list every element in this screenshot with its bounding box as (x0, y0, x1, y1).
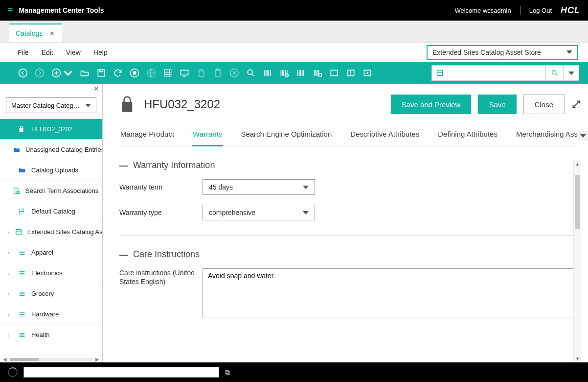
menu-file[interactable]: File (18, 48, 29, 56)
sidebar-item-label: Hardware (31, 310, 59, 318)
sidebar-item[interactable]: Catalog Uploads (0, 160, 102, 181)
save-icon[interactable] (96, 68, 107, 78)
app-tab-label: Catalogs (16, 29, 43, 37)
search-doc-icon (13, 187, 21, 195)
app-tab-strip: Catalogs ✕ (0, 21, 588, 43)
refresh-icon[interactable] (113, 68, 123, 78)
warranty-term-value: 45 days (209, 183, 233, 191)
vertical-scrollbar[interactable]: ▲ ▼ (573, 160, 581, 362)
stop-icon[interactable] (129, 68, 140, 78)
chevron-down-icon (580, 134, 586, 138)
search-dropdown[interactable] (564, 65, 579, 81)
layout2-icon[interactable] (345, 68, 356, 78)
preview-icon[interactable] (179, 68, 190, 78)
collapse-icon[interactable]: — (119, 161, 128, 170)
expand-icon[interactable]: › (8, 270, 13, 276)
sidebar-item[interactable]: ›Electronics (0, 263, 102, 284)
svg-rect-10 (199, 71, 204, 77)
svg-point-1 (36, 69, 44, 77)
category-icon (18, 310, 26, 319)
sidebar-item[interactable]: ‹Extended Sites Catalog Asset Store (0, 222, 102, 242)
flag-icon (18, 207, 26, 216)
chevron-down-icon (85, 104, 91, 107)
tab-warranty[interactable]: Warranty (192, 130, 223, 146)
expand-icon[interactable]: ‹ (8, 229, 10, 235)
menu-icon[interactable]: ≡ (8, 5, 13, 16)
page-title: HFU032_3202 (144, 97, 220, 111)
scroll-thumb[interactable] (575, 175, 580, 229)
tab-defining-attributes[interactable]: Defining Attributes (437, 130, 498, 146)
save-preview-button[interactable]: Save and Preview (391, 95, 472, 114)
open-icon[interactable] (79, 68, 90, 78)
app-tab-catalogs[interactable]: Catalogs ✕ (9, 24, 62, 42)
scroll-down-icon[interactable]: ▼ (574, 356, 581, 361)
collapse-icon[interactable]: — (119, 250, 128, 259)
section-care-instructions: — Care Instructions (119, 249, 581, 260)
expand-icon[interactable] (571, 99, 581, 109)
expand-icon[interactable]: › (8, 311, 13, 317)
find-icon[interactable] (246, 68, 256, 78)
catalog-icon (15, 228, 23, 237)
layout1-icon[interactable] (329, 68, 339, 78)
back-icon[interactable] (18, 68, 28, 78)
menu-edit[interactable]: Edit (42, 48, 53, 56)
barcode3-icon[interactable] (295, 68, 306, 78)
chevron-down-icon (303, 211, 309, 215)
sidebar-item[interactable]: ›Grocery (0, 284, 102, 304)
menu-view[interactable]: View (66, 48, 81, 56)
barcode2-icon[interactable] (279, 68, 290, 78)
expand-icon[interactable]: › (8, 332, 13, 338)
next-panel-icon[interactable] (362, 68, 373, 78)
tab-manage-product[interactable]: Manage Product (119, 130, 175, 146)
sidebar-item[interactable]: ›Hardware (0, 304, 102, 325)
folder-icon (13, 145, 21, 154)
sidebar-item[interactable]: HFU032_3202 (0, 119, 102, 140)
category-icon (18, 289, 26, 298)
sidebar-close-icon[interactable]: ✕ (93, 85, 99, 93)
svg-rect-6 (134, 72, 136, 74)
expand-icon[interactable]: › (8, 250, 13, 256)
global-header: ≡ Management Center Tools Welcome wcsadm… (0, 0, 588, 21)
scroll-right-icon[interactable]: ▶ (95, 357, 99, 362)
tab-merchandising-associations[interactable]: Merchandising Associations (515, 130, 588, 146)
expand-icon[interactable]: › (8, 291, 13, 297)
sidebar-item[interactable]: Search Term Associations (0, 181, 102, 201)
grid-icon[interactable] (162, 68, 173, 78)
save-button[interactable]: Save (478, 95, 516, 114)
close-icon[interactable]: ✕ (49, 30, 55, 37)
close-button[interactable]: Close (523, 95, 565, 114)
add-icon[interactable] (51, 68, 62, 78)
care-instructions-input[interactable] (203, 268, 581, 317)
barcode1-icon[interactable] (262, 68, 273, 78)
tab-descriptive-attributes[interactable]: Descriptive Attributes (349, 130, 420, 146)
scroll-thumb[interactable] (10, 358, 39, 361)
sidebar-hscroll[interactable]: ◀ ▶ (0, 356, 102, 362)
warranty-term-select[interactable]: 45 days (203, 179, 315, 195)
menu-help[interactable]: Help (93, 48, 108, 56)
warranty-type-select[interactable]: comprehensive (203, 205, 315, 220)
folder-icon (18, 166, 26, 175)
barcode4-icon[interactable] (312, 68, 323, 78)
popout-icon[interactable]: ⧉ (225, 368, 230, 377)
tabs-overflow-icon[interactable] (578, 131, 588, 141)
sidebar-item[interactable]: Unassigned Catalog Entries (0, 140, 102, 160)
sidebar-item[interactable]: ›Apparel (0, 242, 102, 263)
search-type-icon[interactable] (431, 65, 448, 81)
scroll-track[interactable] (10, 358, 92, 361)
paste-icon (212, 68, 223, 78)
search-button[interactable] (546, 65, 564, 81)
sidebar: ✕ Master Catalog Categ… HFU032_3202Unass… (0, 84, 103, 362)
sidebar-item-label: Health (31, 331, 50, 338)
command-input[interactable] (23, 367, 219, 378)
scroll-left-icon[interactable]: ◀ (3, 357, 7, 362)
scroll-up-icon[interactable]: ▲ (574, 161, 581, 167)
svg-point-14 (248, 70, 252, 74)
logout-link[interactable]: Log Out (529, 7, 552, 14)
sidebar-item[interactable]: ›Health (0, 325, 102, 345)
sidebar-item[interactable]: Default Catalog (0, 201, 102, 222)
tab-search-engine-optimization[interactable]: Search Engine Optimization (240, 130, 333, 146)
search-input[interactable] (448, 65, 546, 81)
sidebar-filter[interactable]: Master Catalog Categ… (6, 97, 96, 113)
store-selector[interactable]: Extended Sites Catalog Asset Store (427, 45, 578, 60)
add-dropdown-icon[interactable] (63, 68, 73, 78)
